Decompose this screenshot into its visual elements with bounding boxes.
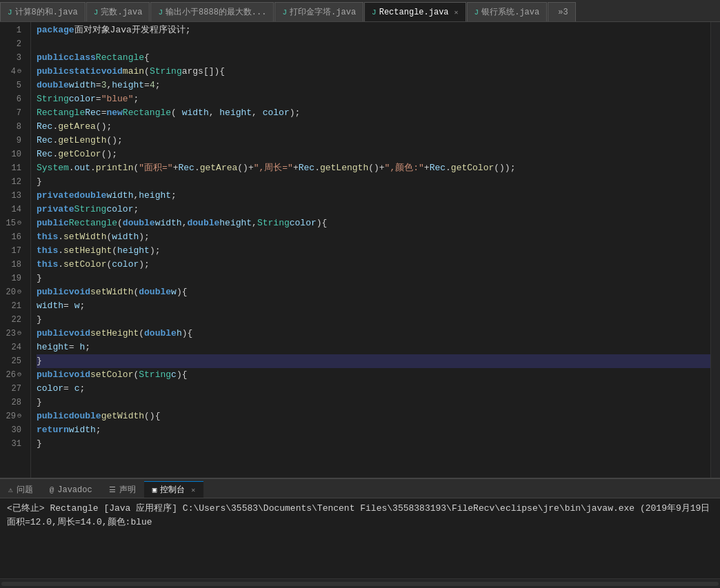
line-number-25: 25: [0, 354, 25, 368]
editor-container: 1234⊖56789101112131415⊖1617181920⊖212223…: [0, 22, 720, 478]
line-number-2: 2: [0, 37, 25, 51]
line-num-text: 31: [12, 437, 21, 451]
code-line-31: }: [37, 437, 710, 451]
code-line-13: private double width, height;: [37, 189, 710, 203]
tab-label: »3: [558, 8, 568, 17]
code-line-19: }: [37, 272, 710, 285]
line-number-26: 26⊖: [0, 368, 25, 382]
line-num-text: 4: [11, 65, 16, 79]
fold-arrow-icon[interactable]: ⊖: [17, 65, 21, 79]
tab-file-icon: J: [282, 8, 287, 17]
tab-tab5[interactable]: JRectangle.java✕: [364, 2, 466, 21]
line-number-22: 22: [0, 313, 25, 327]
tab-label: 计算8的和.java: [15, 6, 78, 18]
tab-tab4[interactable]: J打印金字塔.java: [274, 2, 363, 21]
line-number-18: 18: [0, 258, 25, 272]
fold-arrow-icon[interactable]: ⊖: [17, 368, 21, 382]
panel-tab-icon-javadoc: @: [50, 486, 54, 494]
tab-tab2[interactable]: J完数.java: [86, 2, 150, 21]
panel-tab-close-console[interactable]: ✕: [191, 486, 195, 494]
panel-tab-icon-problems: ⚠: [8, 485, 13, 494]
code-line-23: public void setHeight(double h){: [37, 327, 710, 341]
line-num-text: 15: [6, 216, 16, 230]
right-scrollbar[interactable]: [710, 22, 720, 478]
fold-arrow-icon[interactable]: ⊖: [17, 327, 21, 341]
line-num-text: 3: [17, 51, 21, 65]
code-line-10: Rec.getColor();: [37, 148, 710, 161]
code-line-15: public Rectangle(double width,double hei…: [37, 216, 710, 230]
tab-label: 打印金字塔.java: [290, 6, 356, 18]
line-number-4: 4⊖: [0, 65, 25, 79]
tab-tab7[interactable]: »3: [548, 2, 575, 21]
code-line-6: String color="blue";: [37, 92, 710, 106]
line-num-text: 27: [12, 382, 21, 396]
line-num-text: 18: [12, 258, 21, 272]
tab-bar: J计算8的和.javaJ完数.javaJ输出小于8888的最大数...J打印金字…: [0, 0, 720, 22]
fold-arrow-icon[interactable]: ⊖: [17, 409, 21, 423]
bottom-scrollbar[interactable]: [0, 578, 720, 588]
code-line-27: color = c;: [37, 382, 710, 396]
code-line-9: Rec.getLength();: [37, 134, 710, 148]
code-line-1: package 面对对象Java开发程序设计;: [37, 23, 710, 37]
code-line-24: height = h;: [37, 341, 710, 354]
code-line-17: this.setHeight(height);: [37, 244, 710, 258]
code-line-28: }: [37, 396, 710, 409]
tab-file-icon: J: [94, 8, 99, 17]
line-num-text: 26: [6, 368, 16, 382]
line-num-text: 23: [6, 327, 16, 341]
fold-arrow-icon[interactable]: ⊖: [17, 285, 21, 299]
panel-tab-problems[interactable]: ⚠问题: [0, 481, 41, 498]
panel-content: <已终止> Rectangle [Java 应用程序] C:\Users\355…: [0, 498, 720, 578]
line-number-20: 20⊖: [0, 285, 25, 299]
line-num-text: 6: [17, 92, 21, 106]
code-line-18: this.setColor(color);: [37, 258, 710, 272]
line-number-10: 10: [0, 148, 25, 161]
tab-tab1[interactable]: J计算8的和.java: [0, 2, 86, 21]
line-num-text: 1: [17, 23, 21, 37]
line-num-text: 30: [12, 423, 21, 437]
line-number-12: 12: [0, 175, 25, 189]
line-number-14: 14: [0, 203, 25, 216]
line-number-9: 9: [0, 134, 25, 148]
code-line-22: }: [37, 313, 710, 327]
line-number-31: 31: [0, 437, 25, 451]
line-number-28: 28: [0, 396, 25, 409]
tab-tab6[interactable]: J银行系统.java: [467, 2, 548, 21]
horizontal-scroll-track[interactable]: [1, 582, 719, 586]
line-numbers: 1234⊖56789101112131415⊖1617181920⊖212223…: [0, 22, 31, 478]
line-num-text: 29: [6, 409, 16, 423]
line-number-3: 3: [0, 51, 25, 65]
panel-tab-label-problems: 问题: [17, 484, 33, 496]
code-area[interactable]: package 面对对象Java开发程序设计;public class Rect…: [31, 22, 710, 478]
code-line-14: private String color;: [37, 203, 710, 216]
code-line-7: Rectangle Rec = new Rectangle( width, he…: [37, 106, 710, 120]
code-line-30: return width;: [37, 423, 710, 437]
bottom-panel: ⚠问题@Javadoc☰声明▣控制台✕ <已终止> Rectangle [Jav…: [0, 478, 720, 588]
fold-arrow-icon[interactable]: ⊖: [17, 216, 21, 230]
line-num-text: 11: [12, 161, 21, 175]
panel-tab-bar: ⚠问题@Javadoc☰声明▣控制台✕: [0, 479, 720, 498]
code-line-5: double width=3,height=4;: [37, 79, 710, 92]
tab-file-icon: J: [474, 8, 479, 17]
panel-tab-declaration[interactable]: ☰声明: [101, 481, 144, 498]
line-number-15: 15⊖: [0, 216, 25, 230]
panel-tab-console[interactable]: ▣控制台✕: [144, 481, 204, 498]
line-num-text: 20: [6, 285, 16, 299]
panel-tab-label-console: 控制台: [160, 484, 185, 496]
line-number-29: 29⊖: [0, 409, 25, 423]
line-number-11: 11: [0, 161, 25, 175]
line-num-text: 2: [17, 37, 21, 51]
panel-tab-label-javadoc: Javadoc: [57, 485, 92, 495]
line-num-text: 21: [12, 299, 21, 313]
tab-tab3[interactable]: J输出小于8888的最大数...: [150, 2, 274, 21]
code-line-12: }: [37, 175, 710, 189]
line-number-6: 6: [0, 92, 25, 106]
tab-close-button[interactable]: ✕: [454, 8, 459, 17]
line-num-text: 9: [17, 134, 21, 148]
line-num-text: 8: [17, 120, 21, 134]
line-number-16: 16: [0, 230, 25, 244]
console-line: 面积=12.0,周长=14.0,颜色:blue: [7, 516, 713, 529]
line-num-text: 16: [12, 230, 21, 244]
code-line-29: public double getWidth(){: [37, 409, 710, 423]
panel-tab-javadoc[interactable]: @Javadoc: [41, 481, 101, 498]
